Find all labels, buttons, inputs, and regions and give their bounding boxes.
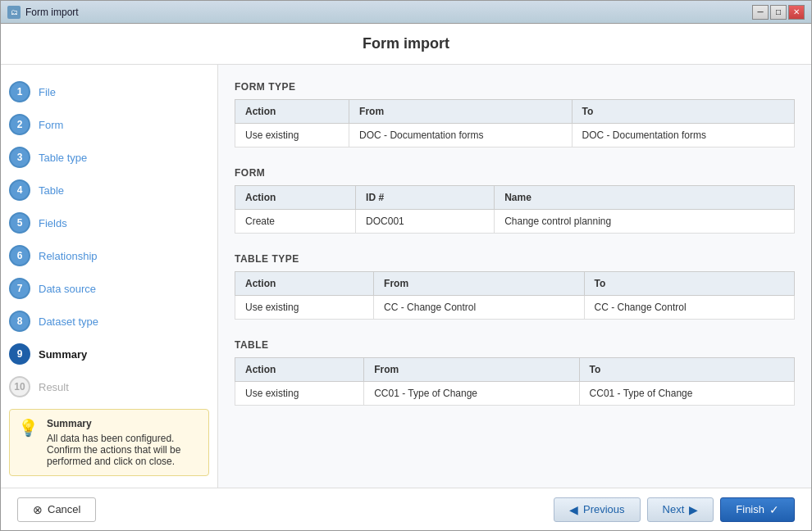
- section-form-title: FORM: [235, 167, 795, 179]
- step-label-table-type: Table type: [39, 152, 87, 164]
- cancel-icon: ⊗: [33, 503, 43, 516]
- step-item-table[interactable]: 4 Table: [9, 179, 209, 201]
- step-label-relationship: Relationship: [39, 250, 98, 262]
- info-box-text: All data has been configured. Confirm th…: [47, 433, 200, 467]
- app-icon: 🗂: [7, 6, 21, 19]
- col-action-2: Action: [235, 186, 356, 210]
- table-table: Action From To Use existing CC01 - Type …: [235, 357, 795, 406]
- cell-from: CC - Change Control: [374, 296, 584, 320]
- section-form-type: FORM TYPE Action From To Use existing DO…: [235, 81, 795, 148]
- dialog-header: Form import: [1, 24, 811, 65]
- previous-label: Previous: [583, 503, 625, 515]
- step-circle-2: 2: [9, 114, 30, 135]
- step-item-table-type[interactable]: 3 Table type: [9, 147, 209, 168]
- table-form-type: Action From To Use existing DOC - Docume…: [235, 99, 795, 148]
- col-action-3: Action: [235, 272, 374, 296]
- cancel-button[interactable]: ⊗ Cancel: [17, 497, 96, 522]
- step-label-dataset-type: Dataset type: [39, 315, 98, 328]
- previous-button[interactable]: ◀ Previous: [554, 497, 641, 522]
- table-table-type: Action From To Use existing CC - Change …: [235, 271, 795, 320]
- previous-icon: ◀: [569, 503, 578, 516]
- step-circle-7: 7: [9, 278, 30, 299]
- steps-list: 1 File 2 Form 3 Table type 4 Table 5: [9, 81, 209, 409]
- step-label-file: File: [39, 86, 56, 98]
- section-table-type-title: TABLE TYPE: [235, 253, 795, 265]
- section-form-type-title: FORM TYPE: [235, 81, 795, 93]
- col-name: Name: [495, 186, 795, 210]
- step-circle-3: 3: [9, 147, 30, 168]
- section-table: TABLE Action From To Use existing CC01 -…: [235, 339, 795, 406]
- step-circle-4: 4: [9, 179, 30, 201]
- close-button[interactable]: ✕: [788, 5, 805, 20]
- footer: ⊗ Cancel ◀ Previous Next ▶ Finish ✓: [1, 488, 811, 530]
- step-item-summary[interactable]: 9 Summary: [9, 343, 209, 365]
- step-item-form[interactable]: 2 Form: [9, 114, 209, 135]
- bulb-icon: 💡: [18, 418, 39, 467]
- finish-icon: ✓: [769, 503, 779, 516]
- cancel-label: Cancel: [48, 503, 80, 515]
- cell-action: Use existing: [235, 296, 374, 320]
- step-circle-8: 8: [9, 311, 30, 332]
- footer-left: ⊗ Cancel: [17, 497, 96, 522]
- cell-to: CC01 - Type of Change: [579, 382, 794, 406]
- cell-name: Change control planning: [495, 210, 795, 234]
- step-label-data-source: Data source: [39, 283, 96, 295]
- table-row: Create DOC001 Change control planning: [235, 210, 795, 234]
- step-item-data-source[interactable]: 7 Data source: [9, 278, 209, 299]
- step-label-table: Table: [39, 184, 64, 197]
- step-circle-6: 6: [9, 245, 30, 266]
- next-icon: ▶: [689, 503, 698, 516]
- col-from-1: From: [349, 100, 572, 124]
- footer-right: ◀ Previous Next ▶ Finish ✓: [554, 497, 795, 522]
- section-form: FORM Action ID # Name Create DOC001: [235, 167, 795, 234]
- step-label-form: Form: [39, 119, 63, 131]
- cell-to: CC - Change Control: [584, 296, 794, 320]
- step-item-result[interactable]: 10 Result: [9, 376, 209, 397]
- table-row: Use existing CC01 - Type of Change CC01 …: [235, 382, 795, 406]
- step-label-fields: Fields: [39, 217, 67, 229]
- finish-label: Finish: [736, 503, 764, 515]
- cell-from: CC01 - Type of Change: [364, 382, 579, 406]
- col-to-3: To: [584, 272, 794, 296]
- section-table-type: TABLE TYPE Action From To Use existing C…: [235, 253, 795, 320]
- step-circle-5: 5: [9, 212, 30, 234]
- col-action-4: Action: [235, 358, 364, 382]
- step-circle-10: 10: [9, 376, 30, 397]
- info-box-title: Summary: [47, 418, 200, 429]
- col-to-4: To: [579, 358, 794, 382]
- content-area: 1 File 2 Form 3 Table type 4 Table 5: [1, 65, 811, 488]
- sidebar: 1 File 2 Form 3 Table type 4 Table 5: [1, 65, 218, 488]
- step-circle-9: 9: [9, 343, 30, 365]
- title-bar: 🗂 Form import ─ □ ✕: [1, 1, 811, 24]
- dialog-title: Form import: [363, 35, 449, 52]
- next-label: Next: [663, 503, 685, 515]
- finish-button[interactable]: Finish ✓: [720, 497, 795, 522]
- cell-to: DOC - Documentation forms: [572, 124, 794, 148]
- col-from-4: From: [364, 358, 579, 382]
- table-row: Use existing CC - Change Control CC - Ch…: [235, 296, 795, 320]
- step-item-file[interactable]: 1 File: [9, 81, 209, 102]
- step-item-dataset-type[interactable]: 8 Dataset type: [9, 311, 209, 332]
- cell-from: DOC - Documentation forms: [349, 124, 572, 148]
- cell-id: DOC001: [356, 210, 495, 234]
- main-window: 🗂 Form import ─ □ ✕ Form import 1 File 2…: [0, 0, 812, 531]
- main-content: FORM TYPE Action From To Use existing DO…: [218, 65, 811, 488]
- col-from-3: From: [374, 272, 584, 296]
- col-action-1: Action: [235, 100, 349, 124]
- col-id: ID #: [356, 186, 495, 210]
- next-button[interactable]: Next ▶: [647, 497, 714, 522]
- step-item-fields[interactable]: 5 Fields: [9, 212, 209, 234]
- maximize-button[interactable]: □: [770, 5, 787, 20]
- cell-action: Use existing: [235, 124, 349, 148]
- step-item-relationship[interactable]: 6 Relationship: [9, 245, 209, 266]
- step-label-result: Result: [39, 381, 69, 393]
- col-to-1: To: [572, 100, 794, 124]
- info-box-content: Summary All data has been configured. Co…: [47, 418, 200, 467]
- step-circle-1: 1: [9, 81, 30, 102]
- title-bar-text: Form import: [25, 7, 752, 18]
- cell-action: Use existing: [235, 382, 364, 406]
- section-table-title: TABLE: [235, 339, 795, 351]
- cell-action: Create: [235, 210, 356, 234]
- table-form: Action ID # Name Create DOC001 Change co…: [235, 185, 795, 234]
- minimize-button[interactable]: ─: [752, 5, 769, 20]
